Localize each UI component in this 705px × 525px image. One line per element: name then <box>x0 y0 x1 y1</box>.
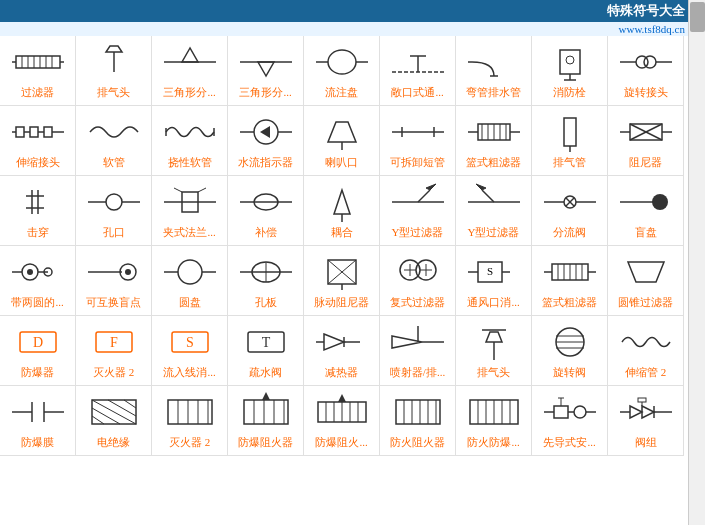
cell-flow-disk: 流注盘 <box>304 36 380 106</box>
cell-duplex-filter: 复式过滤器 <box>380 246 456 316</box>
label-insulation: 电绝缘 <box>97 436 130 449</box>
label-fire-arrestor1: 防火阻火器 <box>390 436 445 449</box>
symbol-rotary-valve <box>540 320 600 364</box>
symbol-exhaust-head2 <box>464 320 524 364</box>
symbol-injector <box>388 320 448 364</box>
label-basket-filter2: 篮式粗滤器 <box>542 296 597 309</box>
label-triangle-div2: 三角形分... <box>239 86 291 99</box>
label-puncture: 击穿 <box>27 226 49 239</box>
svg-marker-140 <box>324 334 344 350</box>
svg-marker-14 <box>258 62 274 76</box>
symbol-round-disk <box>160 250 220 294</box>
cell-damper: 阻尼器 <box>608 106 684 176</box>
cell-pulsation-damper: 脉动阻尼器 <box>304 246 380 316</box>
symbol-insulation <box>84 390 144 434</box>
svg-marker-12 <box>182 48 198 62</box>
svg-marker-81 <box>426 184 436 190</box>
label-extinguisher-f: 灭火器 2 <box>93 366 134 379</box>
scrollbar[interactable] <box>688 36 705 525</box>
symbol-rupture-disk <box>8 390 68 434</box>
cell-heat-reducer: 减热器 <box>304 316 380 386</box>
cell-expansion-pipe2: 伸缩管 2 <box>608 316 684 386</box>
cell-cone-filter: 圆锥过滤器 <box>608 246 684 316</box>
symbol-duplex-filter <box>388 250 448 294</box>
label-filter: 过滤器 <box>21 86 54 99</box>
label-pilot-valve: 先导式安... <box>543 436 595 449</box>
cell-basket-filter2: 篮式粗滤器 <box>532 246 608 316</box>
svg-rect-23 <box>560 50 580 74</box>
cell-triangle-div2: 三角形分... <box>228 36 304 106</box>
svg-marker-201 <box>630 406 642 418</box>
label-diverter-valve: 分流阀 <box>553 226 586 239</box>
cell-swivel-joint: 旋转接头 <box>608 36 684 106</box>
label-heat-reducer: 减热器 <box>325 366 358 379</box>
symbol-grid: 过滤器 排气头 <box>0 36 688 456</box>
cell-flame-arrestor2: 防爆阻火... <box>304 386 380 456</box>
symbol-inline-silencer-s: S <box>160 320 220 364</box>
label-compensator: 补偿 <box>255 226 277 239</box>
cell-flow-indicator: 水流指示器 <box>228 106 304 176</box>
label-extinguisher2: 灭火器 2 <box>169 436 210 449</box>
symbol-swivel-joint <box>616 40 676 84</box>
label-interchangeable-blind: 可互换盲点 <box>86 296 141 309</box>
svg-marker-128 <box>628 262 664 282</box>
label-vent-pipe: 排气管 <box>553 156 586 169</box>
label-orifice-plate: 孔板 <box>255 296 277 309</box>
svg-line-83 <box>482 190 494 202</box>
header-subtitle: www.tsf8dq.cn <box>619 23 686 35</box>
cell-y-filter1: Y型过滤器 <box>380 176 456 246</box>
cell-open-vent: 敞口式通... <box>380 36 456 106</box>
label-bell-mouth: 喇叭口 <box>325 156 358 169</box>
svg-marker-10 <box>106 46 122 52</box>
svg-point-29 <box>644 56 656 68</box>
symbol-compensator <box>236 180 296 224</box>
cell-round-disk: 圆盘 <box>152 246 228 316</box>
symbol-extinguisher-f: F <box>84 320 144 364</box>
symbol-fire-arrestor1 <box>388 390 448 434</box>
cell-insulation: 电绝缘 <box>76 386 152 456</box>
cell-fire-arrestor2: 防火防爆... <box>456 386 532 456</box>
label-orifice: 孔口 <box>103 226 125 239</box>
cell-fire-hydrant: 消防栓 <box>532 36 608 106</box>
label-inline-silencer-s: 流入线消... <box>163 366 215 379</box>
label-flex-hose: 挠性软管 <box>168 156 212 169</box>
cell-steam-trap-t: T 疏水阀 <box>228 316 304 386</box>
symbol-fire-arrestor2 <box>464 390 524 434</box>
label-y-filter1: Y型过滤器 <box>392 226 444 239</box>
svg-point-99 <box>125 269 131 275</box>
symbol-diverter-valve <box>540 180 600 224</box>
cell-vent-pipe: 排气管 <box>532 106 608 176</box>
svg-rect-181 <box>396 400 440 424</box>
svg-marker-77 <box>334 190 350 214</box>
symbol-filter <box>8 40 68 84</box>
label-y-filter2: Y型过滤器 <box>468 226 520 239</box>
cell-injector: 喷射器/排... <box>380 316 456 386</box>
cell-clamp-flange: 夹式法兰... <box>152 176 228 246</box>
cell-orifice: 孔口 <box>76 176 152 246</box>
label-explosion-proof-d: 防爆器 <box>21 366 54 379</box>
symbol-bell-mouth <box>312 110 372 154</box>
cell-diverter-valve: 分流阀 <box>532 176 608 246</box>
symbol-triangle-div1 <box>160 40 220 84</box>
symbol-y-filter1 <box>388 180 448 224</box>
cell-interchangeable-blind: 可互换盲点 <box>76 246 152 316</box>
svg-marker-147 <box>486 332 502 342</box>
label-blind-disk: 盲盘 <box>635 226 657 239</box>
svg-rect-31 <box>16 127 24 137</box>
svg-marker-84 <box>476 184 486 190</box>
label-damper: 阻尼器 <box>629 156 662 169</box>
svg-point-91 <box>652 194 668 210</box>
symbol-explosion-proof-d: D <box>8 320 68 364</box>
label-open-vent: 敞口式通... <box>391 86 443 99</box>
symbol-open-vent <box>388 40 448 84</box>
main-content[interactable]: 过滤器 排气头 <box>0 36 688 525</box>
svg-point-93 <box>27 269 33 275</box>
svg-line-80 <box>418 190 430 202</box>
cell-rupture-disk: 防爆膜 <box>0 386 76 456</box>
label-steam-trap-t: 疏水阀 <box>249 366 282 379</box>
symbol-orifice <box>84 180 144 224</box>
cell-triangle-div1: 三角形分... <box>152 36 228 106</box>
cell-exhaust-head: 排气头 <box>76 36 152 106</box>
symbol-valve-group <box>616 390 676 434</box>
svg-text:D: D <box>32 335 42 350</box>
